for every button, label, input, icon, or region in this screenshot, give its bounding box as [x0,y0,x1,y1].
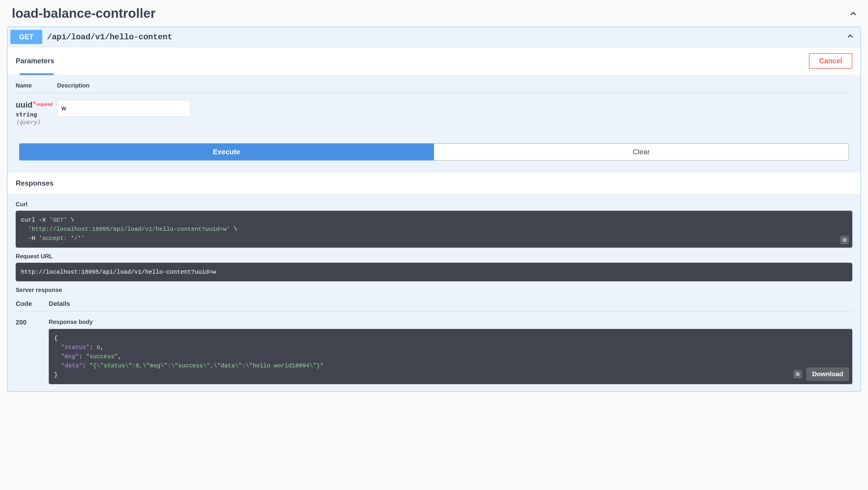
col-description: Description [57,82,90,89]
download-button[interactable]: Download [807,368,849,381]
operation-path: /api/load/v1/hello-content [47,32,172,42]
svg-rect-2 [797,373,799,376]
parameters-table: Name Description uuid*required string (q… [7,75,861,126]
param-row: uuid*required string (query) [16,93,852,126]
svg-rect-3 [796,373,799,375]
execute-button[interactable]: Execute [19,143,434,160]
response-body-block: { "status": 0, "msg": "success", "data":… [49,329,852,384]
method-badge: GET [10,30,42,44]
execute-row: Execute Clear [7,126,861,172]
operation-summary[interactable]: GET /api/load/v1/hello-content [7,27,861,47]
col-name: Name [16,82,57,89]
responses-title: Responses [16,179,852,187]
parameters-header: Parameters Cancel [7,47,861,73]
operation-block: GET /api/load/v1/hello-content Parameter… [7,27,861,392]
svg-rect-0 [844,239,846,242]
copy-icon[interactable] [794,370,802,378]
clear-button[interactable]: Clear [434,143,849,160]
svg-rect-1 [843,239,845,241]
col-code: Code [16,300,49,308]
param-in: (query) [16,119,57,126]
copy-icon[interactable] [840,236,849,244]
section-header[interactable]: load-balance-controller [6,0,862,27]
curl-block: curl -X 'GET' \ 'http://localhost:18095/… [16,211,852,248]
uuid-input[interactable] [57,100,190,117]
section-title: load-balance-controller [12,6,156,21]
result-area: Curl curl -X 'GET' \ 'http://localhost:1… [7,194,861,391]
responses-header: Responses [7,172,861,194]
server-response-row: 200 Response body { "status": 0, "msg": … [16,311,852,384]
status-code: 200 [16,318,49,384]
request-url-label: Request URL [16,253,852,260]
col-details: Details [49,300,70,308]
param-name: uuid [16,100,32,109]
response-body-label: Response body [49,318,852,326]
param-type: string [16,111,57,118]
server-response-label: Server response [16,287,852,294]
curl-label: Curl [16,201,852,208]
request-url-block: http://localhost:18095/api/load/v1/hello… [16,263,852,281]
required-text: required [36,102,53,107]
required-star: * [33,100,36,107]
chevron-up-icon [849,10,856,17]
cancel-button[interactable]: Cancel [809,53,852,68]
parameters-title: Parameters [16,57,54,65]
chevron-up-icon [846,32,854,41]
